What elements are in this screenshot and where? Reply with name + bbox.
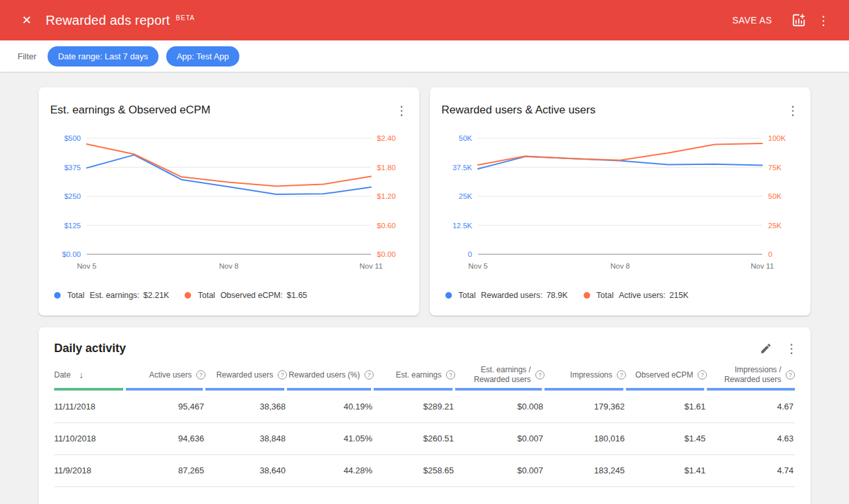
svg-text:$1.80: $1.80 xyxy=(377,164,396,171)
cell-est-earnings: $260.51 xyxy=(374,422,455,454)
column-header-earnings-per-rewarded-user[interactable]: Est. earnings / Rewarded users ? xyxy=(455,361,544,391)
table-header-row: Date ↓ Active users ? Rewarded users ? xyxy=(54,361,795,391)
svg-text:$0.00: $0.00 xyxy=(377,250,396,258)
users-chart-overflow-menu-button[interactable]: ⋮ xyxy=(782,99,804,121)
card-header: Rewarded users & Active users ⋮ xyxy=(430,87,811,124)
column-header-impressions[interactable]: Impressions ? xyxy=(544,361,626,391)
earnings-chart-overflow-menu-button[interactable]: ⋮ xyxy=(391,99,413,121)
column-header-date[interactable]: Date ↓ xyxy=(54,361,126,391)
svg-text:$375: $375 xyxy=(64,164,81,171)
legend-dot-orange-icon xyxy=(185,292,191,299)
svg-text:25K: 25K xyxy=(459,192,473,200)
svg-text:12.5K: 12.5K xyxy=(453,222,472,230)
cell-rewarded-users: 38,640 xyxy=(205,454,287,486)
svg-text:0: 0 xyxy=(768,250,772,258)
svg-text:0: 0 xyxy=(468,250,472,258)
column-header-impressions-per-rewarded-user[interactable]: Impressions / Rewarded users ? xyxy=(707,361,795,391)
help-icon[interactable]: ? xyxy=(446,370,455,379)
page-title: Rewarded ads report xyxy=(46,13,170,28)
earnings-chart-legend: Total Est. earnings: $2.21K Total Observ… xyxy=(38,283,419,310)
svg-text:100K: 100K xyxy=(768,134,786,142)
daily-activity-actions: ⋮ xyxy=(754,337,803,359)
legend-item-est-earnings: Total Est. earnings: $2.21K xyxy=(54,291,169,300)
cell-active-users: 87,265 xyxy=(126,454,205,486)
edit-icon xyxy=(760,342,772,355)
column-header-est-earnings[interactable]: Est. earnings ? xyxy=(374,361,455,391)
daily-activity-card: Daily activity ⋮ Date ↓ xyxy=(38,327,811,504)
close-icon: ✕ xyxy=(22,14,31,26)
cell-observed-ecpm: $1.41 xyxy=(626,454,707,486)
earnings-ecpm-chart-title: Est. earnings & Observed eCPM xyxy=(50,104,211,117)
rewarded-active-users-chart: 50K100K37.5K75K25K50K12.5K25K00Nov 5Nov … xyxy=(430,124,811,283)
cell-date: 11/10/2018 xyxy=(54,422,126,454)
add-chart-button[interactable] xyxy=(786,8,811,33)
filter-label: Filter xyxy=(18,52,37,61)
svg-text:$250: $250 xyxy=(64,192,81,200)
filter-bar: Filter Date range: Last 7 days App: Test… xyxy=(0,40,849,72)
beta-badge: BETA xyxy=(176,14,195,22)
close-button[interactable]: ✕ xyxy=(14,8,39,33)
edit-button[interactable] xyxy=(754,337,777,359)
cell-active-users: 94,636 xyxy=(126,422,205,454)
cell-date: 11/9/2018 xyxy=(54,454,126,486)
cell-rewarded-users: 38,368 xyxy=(205,391,287,422)
daily-activity-title: Daily activity xyxy=(54,342,126,355)
svg-text:75K: 75K xyxy=(768,164,782,171)
cell-observed-ecpm: $1.61 xyxy=(626,391,707,422)
svg-text:50K: 50K xyxy=(459,134,473,142)
help-icon[interactable]: ? xyxy=(617,370,626,379)
filter-chip-date-range[interactable]: Date range: Last 7 days xyxy=(48,46,158,67)
overflow-menu-icon: ⋮ xyxy=(786,342,798,355)
svg-text:$2.40: $2.40 xyxy=(377,134,396,142)
help-icon[interactable]: ? xyxy=(365,370,374,379)
daily-activity-header: Daily activity ⋮ xyxy=(38,327,811,361)
filter-chip-app[interactable]: App: Test App xyxy=(166,46,239,67)
card-header: Est. earnings & Observed eCPM ⋮ xyxy=(38,87,419,124)
help-icon[interactable]: ? xyxy=(278,370,287,379)
cell-est-earnings: $258.65 xyxy=(374,454,455,486)
cell-empty xyxy=(54,486,795,504)
help-icon[interactable]: ? xyxy=(698,370,707,379)
help-icon[interactable]: ? xyxy=(196,370,205,379)
legend-dot-blue-icon xyxy=(445,292,452,299)
column-header-active-users[interactable]: Active users ? xyxy=(126,361,205,391)
legend-dot-orange-icon xyxy=(584,292,590,299)
cell-observed-ecpm: $1.45 xyxy=(626,422,707,454)
cell-impressions-per-rewarded-user: 4.74 xyxy=(707,454,795,486)
header-overflow-menu-button[interactable]: ⋮ xyxy=(811,8,836,33)
svg-text:$0.00: $0.00 xyxy=(62,250,81,258)
svg-text:$125: $125 xyxy=(64,222,81,230)
cell-impressions: 180,016 xyxy=(544,422,626,454)
column-header-observed-ecpm[interactable]: Observed eCPM ? xyxy=(626,361,707,391)
svg-text:$1.20: $1.20 xyxy=(377,192,396,200)
svg-text:50K: 50K xyxy=(768,192,782,200)
svg-text:37.5K: 37.5K xyxy=(453,164,472,171)
help-icon[interactable]: ? xyxy=(786,370,795,379)
table-row-partial xyxy=(54,486,795,504)
svg-text:Nov 8: Nov 8 xyxy=(610,262,630,270)
table-overflow-menu-button[interactable]: ⋮ xyxy=(781,337,803,359)
table-row: 11/11/2018 95,467 38,368 40.19% $289.21 … xyxy=(54,391,795,422)
app-header: ✕ Rewarded ads report BETA SAVE AS ⋮ xyxy=(0,0,849,40)
column-header-rewarded-users-pct[interactable]: Rewarded users (%) ? xyxy=(287,361,374,391)
sort-descending-icon[interactable]: ↓ xyxy=(79,370,83,380)
column-header-rewarded-users[interactable]: Rewarded users ? xyxy=(205,361,287,391)
charts-row: Est. earnings & Observed eCPM ⋮ $500$2.4… xyxy=(38,87,811,316)
cell-rewarded-users-pct: 40.19% xyxy=(287,391,374,422)
users-chart-legend: Total Rewarded users: 78.9K Total Active… xyxy=(430,283,811,310)
cell-rewarded-users-pct: 41.05% xyxy=(287,422,374,454)
svg-text:$0.60: $0.60 xyxy=(377,222,396,230)
save-as-button[interactable]: SAVE AS xyxy=(732,15,772,25)
earnings-ecpm-chart: $500$2.40$375$1.80$250$1.20$125$0.60$0.0… xyxy=(38,124,419,283)
cell-impressions: 183,245 xyxy=(544,454,626,486)
cell-rewarded-users: 38,848 xyxy=(205,422,287,454)
table-row: 11/9/2018 87,265 38,640 44.28% $258.65 $… xyxy=(54,454,795,486)
help-icon[interactable]: ? xyxy=(535,370,544,379)
overflow-menu-icon: ⋮ xyxy=(818,14,830,27)
table-row: 11/10/2018 94,636 38,848 41.05% $260.51 … xyxy=(54,422,795,454)
cell-earnings-per-rewarded-user: $0.007 xyxy=(455,422,544,454)
overflow-menu-icon: ⋮ xyxy=(396,104,408,117)
legend-item-active-users: Total Active users: 215K xyxy=(584,291,689,300)
svg-text:Nov 8: Nov 8 xyxy=(219,262,239,270)
svg-text:Nov 5: Nov 5 xyxy=(77,262,97,270)
